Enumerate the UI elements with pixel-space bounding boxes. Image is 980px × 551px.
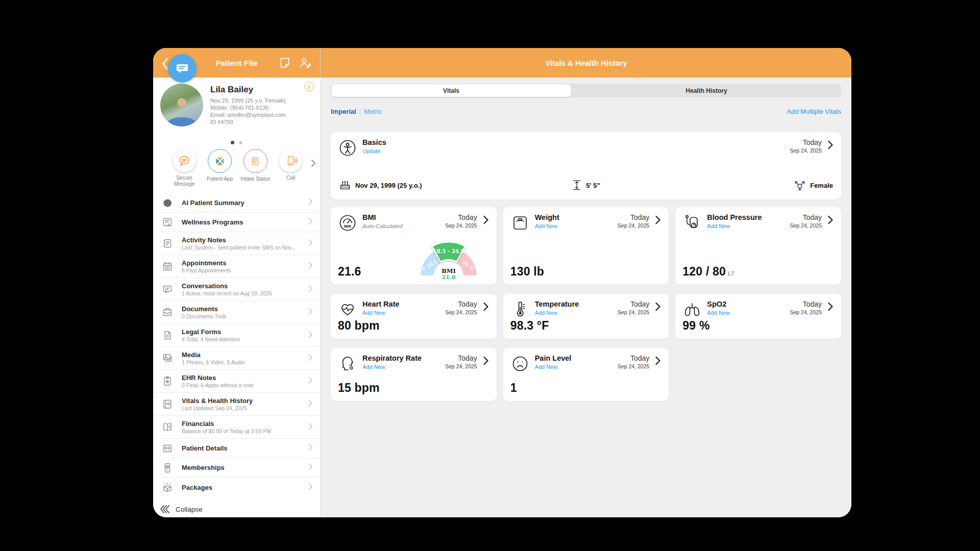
- sidebar-item-appointments[interactable]: Appointments 6 Past Appointments: [153, 255, 320, 278]
- sidebar-item-legal-forms[interactable]: Legal Forms 4 Total, 4 Need Attention: [153, 324, 320, 347]
- weight-value: 130 lb: [510, 265, 544, 279]
- page-dot[interactable]: [239, 141, 242, 144]
- page-dot-active[interactable]: [231, 141, 234, 144]
- sidebar: Patient File Lila Bailey Nov 29, 1999 (2…: [153, 48, 321, 517]
- imperial-toggle[interactable]: Imperial: [331, 108, 356, 115]
- patient-details-lines: Nov 29, 1999 (25 y.o. Female) Mobile: (9…: [210, 97, 286, 126]
- add-new-link[interactable]: Add New: [535, 364, 572, 370]
- vitals-content: Basics Update Today Sep 24, 2025 N: [321, 132, 851, 401]
- vitals-book-icon: [161, 398, 174, 410]
- chevron-right-icon: [308, 308, 313, 317]
- sidebar-item-packages[interactable]: Packages: [153, 478, 320, 497]
- blood-pressure-card[interactable]: Blood Pressure Add New Today Sep 24, 202…: [675, 207, 841, 285]
- add-new-link[interactable]: Add New: [362, 310, 400, 316]
- menu-item-label: Patient Details: [182, 444, 305, 452]
- chevron-right-icon: [308, 443, 313, 453]
- chevron-right-icon: [308, 239, 313, 248]
- secure-message-button[interactable]: Secure Message: [168, 149, 200, 193]
- bmi-card[interactable]: BMI BMI Auto-Calculated Today Sep 24, 20…: [331, 207, 497, 285]
- card-title: Basics: [362, 138, 386, 147]
- menu-item-sublabel: Last: System - Sent patient invite SMS o…: [182, 244, 305, 251]
- sidebar-item-patient-details[interactable]: Patient Details: [153, 439, 320, 458]
- tab-bar: Vitals Health History: [331, 84, 841, 97]
- menu-item-label: Legal Forms: [182, 328, 305, 336]
- tab-health-history[interactable]: Health History: [572, 84, 841, 97]
- sidebar-item-documents[interactable]: Documents 0 Documents Total: [153, 301, 320, 324]
- chevron-right-icon[interactable]: [654, 356, 662, 368]
- collapse-icon: [158, 504, 172, 515]
- tab-vitals[interactable]: Vitals: [331, 84, 571, 97]
- menu-item-sublabel: 0 Final, 6 Appts without a note: [182, 382, 305, 388]
- heart-rate-card[interactable]: Heart Rate Add New Today Sep 24, 2025 80…: [331, 294, 497, 339]
- chevron-right-icon[interactable]: [482, 215, 489, 227]
- respiratory-rate-card[interactable]: Respiratory Rate Add New Today Sep 24, 2…: [331, 348, 497, 401]
- add-new-link[interactable]: Add New: [535, 310, 579, 316]
- person-edit-icon[interactable]: [299, 56, 312, 69]
- call-icon: [279, 149, 302, 172]
- date-value: Sep 24, 2025: [445, 222, 477, 229]
- chevron-right-icon[interactable]: [654, 215, 662, 227]
- note-icon[interactable]: [278, 56, 291, 69]
- add-new-link[interactable]: Add New: [362, 364, 422, 370]
- chevron-right-icon[interactable]: [827, 140, 834, 152]
- chevron-right-icon[interactable]: [482, 356, 489, 368]
- date-value: Sep 24, 2025: [790, 147, 822, 154]
- metric-toggle[interactable]: Metric: [364, 108, 382, 115]
- date-label: Today: [445, 354, 477, 362]
- sidebar-item-media[interactable]: Media 1 Photos, 6 Video, 5 Audio: [153, 347, 320, 370]
- bmi-gauge: 18.5 - 24.9 < 18.5 25 ≤ BMI 21.6: [410, 237, 487, 284]
- blood-pressure-icon: [682, 213, 702, 233]
- page-dots[interactable]: [153, 140, 320, 145]
- ai-icon: [161, 197, 174, 209]
- card-title: SpO2: [707, 300, 730, 309]
- patient-email: Email: smoller@symplast.com: [210, 111, 286, 118]
- chevron-right-icon[interactable]: [654, 302, 662, 314]
- menu-item-label: Conversations: [182, 282, 305, 290]
- pain-level-card[interactable]: Pain Level Add New Today Sep 24, 2025 1: [503, 348, 669, 401]
- spo2-value: 99 %: [682, 319, 709, 333]
- wellness-icon: [161, 216, 174, 229]
- chat-bubble-icon[interactable]: [168, 54, 197, 83]
- documents-icon: [161, 306, 174, 318]
- card-title: Blood Pressure: [707, 213, 762, 222]
- sidebar-item-ehr-notes[interactable]: EHR Notes 0 Final, 6 Appts without a not…: [153, 370, 320, 393]
- call-button[interactable]: Call: [275, 149, 307, 193]
- sidebar-item-activity-notes[interactable]: Activity Notes Last: System - Sent patie…: [153, 232, 320, 255]
- sidebar-item-ai-patient-summary[interactable]: AI Patient Summary: [153, 193, 320, 213]
- basics-card[interactable]: Basics Update Today Sep 24, 2025 N: [331, 132, 841, 199]
- date-label: Today: [790, 138, 822, 146]
- clipboard-icon: [161, 375, 174, 387]
- weight-card[interactable]: Weight Add New Today Sep 24, 2025 130 lb: [503, 207, 669, 285]
- sidebar-item-conversations[interactable]: Conversations 1 Active, most recent on A…: [153, 278, 320, 301]
- chevron-right-icon[interactable]: [827, 302, 834, 314]
- pain-face-icon: [510, 354, 530, 373]
- blood-pressure-value: 120 / 80LT: [682, 265, 734, 279]
- respiratory-icon: [338, 354, 357, 373]
- patient-app-icon: [208, 149, 232, 173]
- avatar[interactable]: [160, 84, 203, 127]
- financials-icon: $: [161, 421, 174, 433]
- sidebar-item-financials[interactable]: $ Financials Balance of $0.00 of Today a…: [153, 416, 320, 439]
- sidebar-item-vitals-health-history[interactable]: Vitals & Health History Last Updated Sep…: [153, 393, 320, 416]
- add-new-link[interactable]: Add New: [707, 310, 730, 316]
- update-link[interactable]: Update: [362, 148, 386, 154]
- actions-scroll-chevron[interactable]: [311, 159, 316, 169]
- chevron-right-icon[interactable]: [482, 302, 489, 314]
- add-new-link[interactable]: Add New: [707, 223, 762, 229]
- temperature-card[interactable]: Temperature Add New Today Sep 24, 2025 9…: [503, 294, 669, 339]
- info-icon[interactable]: i: [304, 82, 314, 91]
- collapse-button[interactable]: Collapse: [158, 504, 203, 515]
- patient-summary-card: Lila Bailey Nov 29, 1999 (25 y.o. Female…: [153, 78, 320, 140]
- sidebar-item-wellness-programs[interactable]: Wellness Programs: [153, 213, 320, 232]
- patient-app-button[interactable]: Patient App: [204, 149, 236, 193]
- patient-name: Lila Bailey: [210, 85, 253, 95]
- add-multiple-vitals-link[interactable]: Add Multiple Vitals: [787, 108, 841, 115]
- patient-dob: Nov 29, 1999 (25 y.o. Female): [210, 97, 286, 104]
- chevron-right-icon[interactable]: [827, 215, 834, 227]
- spo2-card[interactable]: SpO2 Add New Today Sep 24, 2025 99 %: [675, 294, 841, 339]
- card-title: BMI: [362, 213, 402, 222]
- add-new-link[interactable]: Add New: [535, 223, 559, 229]
- intake-status-button[interactable]: Intake Status: [239, 149, 271, 193]
- menu-item-label: Wellness Programs: [182, 218, 305, 226]
- sidebar-item-memberships[interactable]: Memberships: [153, 458, 320, 478]
